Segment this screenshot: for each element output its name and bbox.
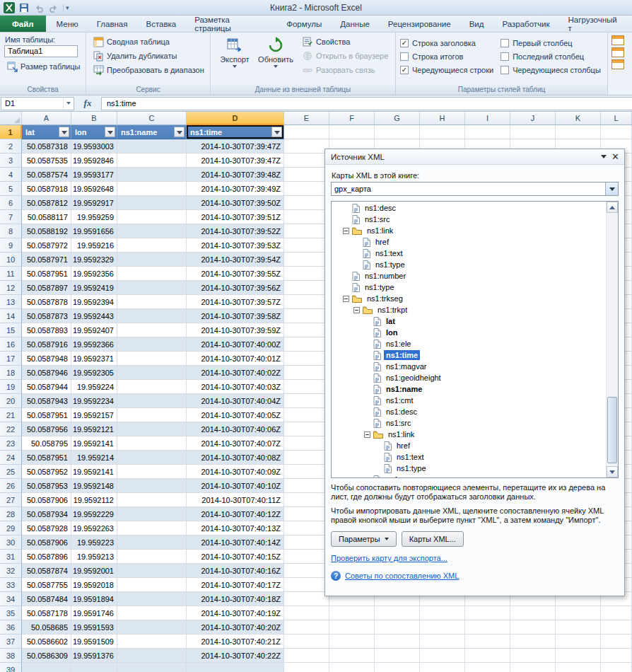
grid-cell[interactable]: 2014-10-30T07:39:53Z (187, 238, 284, 253)
refresh-button[interactable]: Обновить (256, 35, 295, 77)
grid-cell[interactable]: 50.0587944 (22, 380, 71, 394)
grid-cell[interactable]: 19.9592157 (71, 408, 117, 422)
column-header-G[interactable]: G (375, 112, 420, 125)
formula-input[interactable]: ns1:time (101, 97, 632, 110)
row-header-7[interactable]: 7 (0, 210, 22, 224)
undo-icon[interactable] (33, 2, 45, 13)
grid-cell[interactable]: 19.9592648 (71, 182, 117, 196)
grid-cell[interactable]: 19.959224 (71, 380, 117, 394)
grid-cell[interactable]: 19.9592001 (71, 564, 117, 578)
grid-cell[interactable] (601, 125, 632, 139)
grid-cell[interactable]: 19.9592371 (71, 352, 117, 366)
row-header-27[interactable]: 27 (0, 493, 22, 507)
filter-button-ns1:name[interactable] (174, 127, 185, 137)
tree-item-ns1:time[interactable]: ns1:time (332, 349, 606, 361)
row-header-26[interactable]: 26 (0, 479, 22, 493)
grid-cell[interactable]: 2014-10-30T07:40:01Z (187, 352, 284, 366)
xml-maps-button[interactable]: Карты XML... (402, 531, 464, 547)
grid-cell[interactable]: 50.0587948 (22, 352, 71, 366)
grid-cell[interactable]: 50.0587574 (22, 168, 71, 182)
tree-item-ns1:type[interactable]: ns1:type (332, 463, 606, 474)
grid-cell[interactable]: 50.0587972 (22, 238, 71, 253)
qat-customize-caret[interactable]: ▾ (63, 4, 71, 11)
grid-cell[interactable] (284, 408, 329, 422)
grid-cell[interactable]: 50.0587897 (22, 281, 71, 295)
grid-cell[interactable] (117, 238, 187, 253)
ribbon-tab-10[interactable]: Нагрузочный т (559, 16, 632, 32)
row-header-29[interactable]: 29 (0, 521, 22, 535)
tree-collapse-toggle[interactable] (343, 296, 349, 302)
open-in-browser-button[interactable]: Открыть в браузере (300, 49, 390, 63)
grid-cell[interactable]: 2014-10-30T07:40:06Z (187, 422, 284, 436)
grid-cell[interactable] (117, 578, 187, 592)
tree-item-ns1:type[interactable]: ns1:type (332, 282, 606, 293)
grid-cell[interactable]: 50.0587906 (22, 535, 71, 550)
grid-cell[interactable]: 50.0587934 (22, 507, 71, 521)
grid-cell[interactable]: 50.0587943 (22, 394, 71, 408)
grid-cell[interactable]: 2014-10-30T07:40:07Z (187, 436, 284, 451)
grid-cell[interactable] (329, 649, 375, 663)
pane-menu-caret-icon[interactable] (597, 151, 609, 163)
row-header-6[interactable]: 6 (0, 196, 22, 210)
grid-cell[interactable]: 2014-10-30T07:40:11Z (187, 493, 284, 507)
tree-item-ns1:link[interactable]: ns1:link (332, 225, 606, 236)
grid-cell[interactable] (601, 663, 632, 672)
grid-cell[interactable] (510, 635, 556, 649)
grid-cell[interactable] (284, 592, 329, 606)
grid-cell[interactable] (284, 210, 329, 224)
grid-cell[interactable]: 2014-10-30T07:39:59Z (187, 323, 284, 337)
grid-cell[interactable]: 19.9591376 (71, 649, 117, 663)
grid-cell[interactable]: 50.0587178 (22, 606, 71, 620)
grid-cell[interactable] (329, 663, 375, 672)
grid-cell[interactable] (284, 635, 329, 649)
grid-cell[interactable]: 50.0587893 (22, 323, 71, 337)
row-header-11[interactable]: 11 (0, 267, 22, 281)
row-header-30[interactable]: 30 (0, 535, 22, 550)
grid-cell[interactable]: 19.9592141 (71, 436, 117, 451)
column-header-L[interactable]: L (601, 112, 632, 125)
ribbon-tab-0[interactable]: Файл (0, 16, 46, 32)
table-styles-gallery[interactable] (608, 33, 627, 95)
ribbon-tab-8[interactable]: Вид (460, 16, 493, 32)
grid-cell[interactable]: 50.0587318 (22, 139, 71, 153)
grid-cell[interactable]: 2014-10-30T07:39:55Z (187, 267, 284, 281)
grid-cell[interactable]: 50.0587951 (22, 451, 71, 465)
style-checkbox-2[interactable]: Чередующиеся строки (400, 63, 493, 76)
row-header-10[interactable]: 10 (0, 253, 22, 267)
grid-cell[interactable]: 19.959216 (71, 238, 117, 253)
row-header-24[interactable]: 24 (0, 451, 22, 465)
tree-item-lon[interactable]: lon (332, 327, 606, 338)
grid-cell[interactable] (601, 635, 632, 649)
grid-cell[interactable] (117, 564, 187, 578)
xml-tips-row[interactable]: ? Советы по сопоставлению XML (331, 571, 619, 581)
row-header-34[interactable]: 34 (0, 592, 22, 606)
grid-cell[interactable]: 50.0587951 (22, 408, 71, 422)
row-header-18[interactable]: 18 (0, 366, 22, 380)
grid-cell[interactable] (117, 139, 187, 153)
grid-cell[interactable] (465, 125, 510, 139)
tree-scrollbar[interactable] (606, 202, 618, 477)
grid-cell[interactable]: 19.9592443 (71, 309, 117, 323)
grid-cell[interactable] (117, 493, 187, 507)
grid-cell[interactable] (117, 465, 187, 479)
grid-cell[interactable]: 50.0587971 (22, 253, 71, 267)
grid-cell[interactable]: 19.9592141 (71, 465, 117, 479)
grid-cell[interactable] (375, 620, 420, 635)
column-header-I[interactable]: I (465, 112, 510, 125)
name-box[interactable]: D1 (1, 97, 74, 110)
grid-cell[interactable]: 19.9592148 (71, 479, 117, 493)
table-name-input[interactable]: Таблица1 (4, 45, 78, 57)
insert-function-button[interactable]: fx (74, 98, 101, 109)
grid-cell[interactable]: 2014-10-30T07:39:47Z (187, 153, 284, 168)
grid-cell[interactable] (284, 323, 329, 337)
ribbon-tab-1[interactable]: Меню (47, 16, 88, 32)
grid-cell[interactable]: 50.0588117 (22, 210, 71, 224)
filter-button-lat[interactable] (59, 127, 69, 137)
row-header-3[interactable]: 3 (0, 153, 22, 168)
verify-map-link[interactable]: Проверить карту для экспорта... (331, 554, 619, 562)
break-link-button[interactable]: Разорвать связь (300, 63, 390, 77)
grid-cell[interactable] (284, 196, 329, 210)
grid-cell[interactable] (510, 125, 556, 139)
row-header-5[interactable]: 5 (0, 182, 22, 196)
grid-cell[interactable] (117, 606, 187, 620)
